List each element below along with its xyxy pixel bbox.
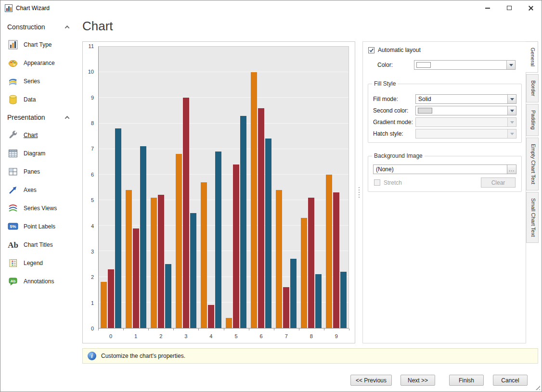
x-tick-label: 8 [299, 333, 324, 339]
section-construction[interactable]: Construction [0, 18, 77, 36]
properties-panel: Automatic layout Color: Fill Style Fill … [362, 41, 526, 343]
sidebar-item-axes[interactable]: Axes [0, 181, 77, 199]
resize-grip[interactable] [534, 384, 540, 390]
sidebar-item-label: Legend [24, 260, 43, 266]
color-dropdown[interactable] [414, 60, 516, 70]
y-tick-label: 5 [91, 197, 94, 203]
chevron-down-icon [506, 61, 515, 69]
x-tick-label: 6 [249, 333, 274, 339]
x-tick-label: 7 [274, 333, 299, 339]
sidebar-item-label: Annotations [24, 278, 54, 285]
next-button[interactable]: Next >> [400, 375, 435, 386]
sidebar-item-panes[interactable]: Panes [0, 163, 77, 181]
sidebar-item-chart-type[interactable]: Chart Type [0, 36, 77, 54]
chevron-up-icon [65, 115, 70, 120]
chevron-down-icon [507, 129, 516, 138]
sidebar-item-label: Chart Titles [24, 241, 53, 248]
background-image-dropdown[interactable]: (None) [373, 164, 507, 174]
section-presentation[interactable]: Presentation [0, 109, 77, 126]
sidebar-item-chart-titles[interactable]: Ab Chart Titles [0, 236, 77, 254]
x-tick-label: 9 [324, 333, 349, 339]
x-tick-label: 4 [198, 333, 223, 339]
background-image-title: Background Image [372, 152, 425, 159]
bar-group [149, 47, 174, 328]
sidebar-item-chart[interactable]: Chart [0, 126, 77, 144]
chevron-down-icon [507, 118, 516, 126]
section-presentation-label: Presentation [7, 114, 45, 121]
bar [126, 190, 132, 328]
bar-group [323, 47, 348, 328]
sidebar-item-annotations[interactable]: Ab Annotations [0, 272, 77, 291]
clear-button: Clear [481, 177, 516, 188]
gradient-mode-dropdown [415, 117, 516, 127]
annotations-icon: Ab [7, 276, 19, 287]
close-icon [528, 5, 534, 11]
tab-border[interactable]: Border [526, 74, 539, 102]
bar [190, 213, 196, 328]
series-views-icon [7, 203, 19, 214]
sidebar-item-label: Diagram [24, 150, 45, 157]
automatic-layout-row: Automatic layout [368, 47, 421, 53]
sidebar-item-label: Chart Type [24, 41, 52, 48]
second-color-dropdown[interactable] [415, 106, 516, 115]
sidebar-item-label: Point Labels [24, 223, 55, 230]
bar [265, 139, 271, 328]
second-color-label: Second color: [373, 107, 415, 114]
y-tick-label: 11 [89, 43, 94, 49]
minimize-icon [485, 8, 490, 9]
close-button[interactable] [520, 0, 542, 15]
sidebar-item-series[interactable]: Series [0, 72, 77, 90]
fill-style-title: Fill Style [372, 80, 398, 87]
tab-general[interactable]: General [526, 41, 538, 73]
y-axis-labels: 01234567891011 [83, 46, 96, 329]
sidebar: Construction Chart Type [0, 15, 77, 392]
fill-mode-dropdown[interactable]: Solid [415, 94, 516, 104]
x-axis-ticks [98, 329, 349, 330]
background-image-group: Background Image (None) ... Stretch Clea… [368, 156, 522, 192]
y-tick-label: 9 [91, 95, 94, 101]
hatch-style-row: Hatch style: [373, 128, 516, 139]
bar [201, 182, 207, 328]
sidebar-item-data[interactable]: Data [0, 90, 77, 109]
automatic-layout-checkbox[interactable] [368, 47, 374, 53]
titlebar: Chart Wizard [0, 0, 542, 15]
sidebar-item-label: Data [24, 96, 36, 103]
sidebar-item-appearance[interactable]: Appearance [0, 54, 77, 72]
hatch-style-dropdown [415, 129, 516, 139]
previous-button[interactable]: << Previous [350, 375, 392, 386]
fill-mode-row: Fill mode: Solid [373, 94, 516, 104]
hatch-style-label: Hatch style: [373, 130, 415, 137]
tab-empty-chart-text[interactable]: Empty Chart Text [526, 138, 539, 190]
maximize-button[interactable] [498, 0, 520, 15]
finish-button[interactable]: Finish [449, 375, 484, 386]
sidebar-item-series-views[interactable]: Series Views [0, 199, 77, 217]
tab-padding[interactable]: Padding [526, 104, 539, 136]
cancel-button[interactable]: Cancel [493, 375, 528, 386]
x-tick-mark [173, 329, 174, 330]
bar [301, 218, 307, 328]
y-tick-label: 1 [91, 300, 94, 306]
sidebar-item-point-labels[interactable]: 5% Point Labels [0, 217, 77, 236]
x-tick-label: 5 [223, 333, 248, 339]
x-tick-mark [98, 329, 99, 330]
browse-button[interactable]: ... [507, 164, 516, 174]
y-tick-label: 3 [91, 249, 94, 254]
chart-preview: 01234567891011 0123456789 [82, 41, 355, 343]
sidebar-item-legend[interactable]: Legend [0, 254, 77, 272]
bar [326, 175, 332, 328]
bar [283, 287, 289, 328]
chart-wizard-window: Chart Wizard Construction Chart Type [0, 0, 542, 392]
tab-small-chart-text[interactable]: Small Chart Text [526, 192, 539, 243]
bar-group [298, 47, 323, 328]
bar-group [99, 47, 124, 328]
stretch-checkbox [374, 179, 380, 186]
sidebar-item-diagram[interactable]: Diagram [0, 144, 77, 163]
bar [176, 154, 182, 328]
bar [101, 282, 107, 328]
bar [140, 146, 146, 328]
bar [215, 152, 221, 328]
axes-icon [7, 185, 19, 195]
status-message: Customize the chart's properties. [101, 353, 185, 359]
minimize-button[interactable] [477, 0, 498, 15]
splitter-handle[interactable] [357, 41, 361, 343]
